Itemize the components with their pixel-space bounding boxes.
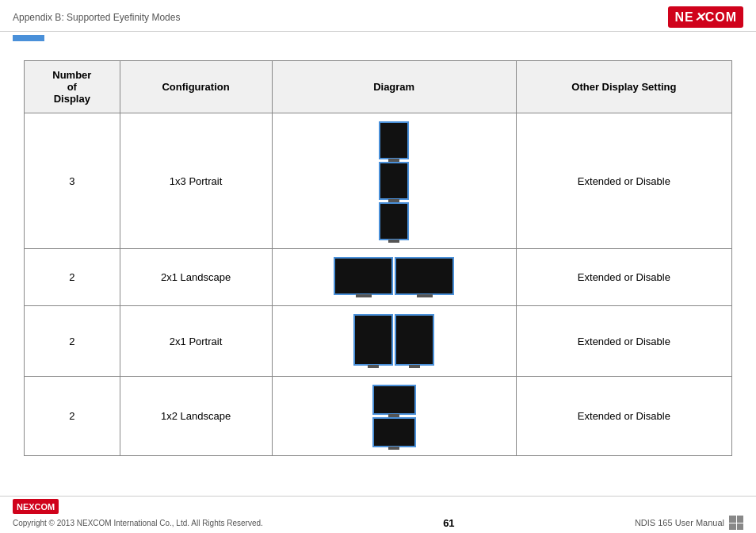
footer-logo: NEXCOM (13, 499, 59, 514)
grid-cell (737, 516, 744, 523)
table-header-row: NumberofDisplay Configuration Diagram Ot… (25, 61, 732, 113)
monitor-icon (379, 202, 409, 240)
col-diagram: Diagram (272, 61, 516, 113)
cell-diagram (272, 377, 516, 456)
cell-number: 2 (25, 306, 120, 377)
footer-logo-text: NEXCOM (17, 502, 55, 512)
col-setting: Other Display Setting (516, 61, 731, 113)
monitor-icon (395, 257, 454, 295)
grid-cell (729, 523, 736, 531)
table-row: 2 1x2 Landscape Extended or Disable (25, 377, 732, 456)
main-content: NumberofDisplay Configuration Diagram Ot… (0, 44, 756, 472)
accent-bar (13, 35, 44, 41)
page-footer: NEXCOM Copyright © 2013 NEXCOM Internati… (0, 496, 756, 533)
cell-number: 3 (25, 113, 120, 249)
logo: NE✕COM (668, 6, 743, 28)
monitor-icon (395, 314, 434, 366)
monitor-icon (372, 417, 416, 447)
cell-setting: Extended or Disable (516, 377, 731, 456)
monitor-icon (372, 385, 416, 415)
cell-setting: Extended or Disable (516, 249, 731, 306)
grid-cell (729, 516, 736, 523)
grid-cell (737, 523, 744, 531)
monitor-icon (379, 162, 409, 200)
cell-config: 1x2 Landscape (120, 377, 272, 456)
page-header: Appendix B: Supported Eyefinity Modes NE… (0, 0, 756, 32)
table-row: 3 1x3 Portrait Extended or Disable (25, 113, 732, 249)
diagram-portrait-3 (379, 121, 409, 240)
eyefinity-table: NumberofDisplay Configuration Diagram Ot… (24, 60, 732, 456)
diagram-portrait-2x1 (353, 314, 434, 366)
monitor-icon (334, 257, 393, 295)
col-number: NumberofDisplay (25, 61, 120, 113)
footer-right-area: NDIS 165 User Manual (635, 516, 743, 530)
cell-number: 2 (25, 377, 120, 456)
footer-info-row: Copyright © 2013 NEXCOM International Co… (0, 515, 756, 533)
diagram-landscape-2x1 (334, 257, 454, 295)
footer-page-number: 61 (443, 517, 454, 529)
cell-number: 2 (25, 249, 120, 306)
table-row: 2 2x1 Landscape Extended or Disable (25, 249, 732, 306)
cell-config: 2x1 Landscape (120, 249, 272, 306)
table-row: 2 2x1 Portrait Extended or Disable (25, 306, 732, 377)
footer-grid-icon (729, 516, 743, 530)
cell-diagram (272, 113, 516, 249)
cell-config: 2x1 Portrait (120, 306, 272, 377)
cell-diagram (272, 306, 516, 377)
page-title: Appendix B: Supported Eyefinity Modes (13, 12, 180, 23)
footer-manual-title: NDIS 165 User Manual (635, 518, 724, 527)
monitor-icon (353, 314, 393, 366)
cell-diagram (272, 249, 516, 306)
diagram-landscape-1x2 (372, 385, 416, 447)
logo-text: NE✕COM (674, 10, 737, 24)
footer-logo-row: NEXCOM (0, 497, 756, 515)
footer-copyright: Copyright © 2013 NEXCOM International Co… (13, 519, 263, 527)
col-config: Configuration (120, 61, 272, 113)
cell-setting: Extended or Disable (516, 113, 731, 249)
monitor-icon (379, 121, 409, 159)
cell-config: 1x3 Portrait (120, 113, 272, 249)
cell-setting: Extended or Disable (516, 306, 731, 377)
